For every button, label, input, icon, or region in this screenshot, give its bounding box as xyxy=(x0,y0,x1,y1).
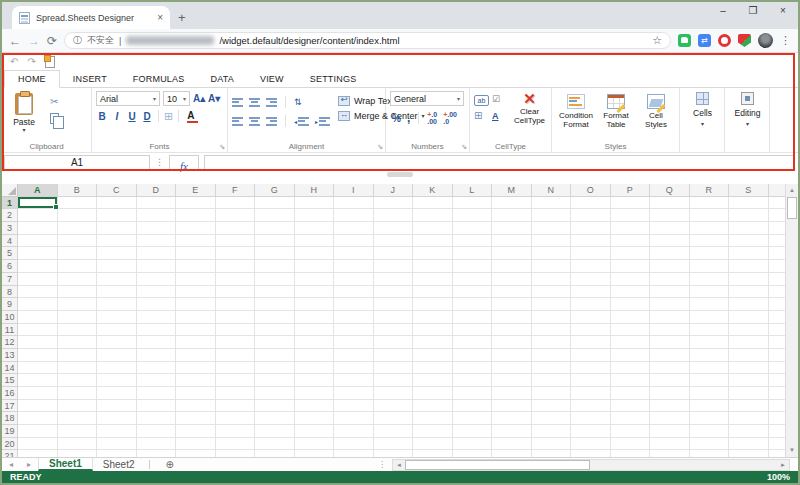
cell-D9[interactable] xyxy=(137,298,177,311)
info-icon[interactable]: ⓘ xyxy=(73,34,82,47)
cell-G9[interactable] xyxy=(255,298,295,311)
cell-F11[interactable] xyxy=(216,324,256,337)
cell-G19[interactable] xyxy=(255,425,295,438)
cell-L19[interactable] xyxy=(453,425,493,438)
cell-C4[interactable] xyxy=(97,235,137,248)
cell-G18[interactable] xyxy=(255,412,295,425)
cell-M5[interactable] xyxy=(492,247,532,260)
cell-M4[interactable] xyxy=(492,235,532,248)
cell-K13[interactable] xyxy=(413,349,453,362)
forward-icon[interactable]: → xyxy=(28,34,40,48)
cell-O8[interactable] xyxy=(571,286,611,299)
cell-Q15[interactable] xyxy=(650,374,690,387)
column-header-L[interactable]: L xyxy=(453,184,493,197)
cell-E3[interactable] xyxy=(176,222,216,235)
column-header-I[interactable]: I xyxy=(334,184,374,197)
new-tab-button[interactable]: + xyxy=(178,10,186,25)
scroll-left-icon[interactable]: ◄ xyxy=(393,460,405,470)
cell-K12[interactable] xyxy=(413,336,453,349)
cell-H20[interactable] xyxy=(295,438,335,451)
cell-H16[interactable] xyxy=(295,387,335,400)
cell-S15[interactable] xyxy=(729,374,769,387)
button-celltype-icon[interactable]: ab xyxy=(474,95,489,106)
column-header-H[interactable]: H xyxy=(295,184,335,197)
cell-I13[interactable] xyxy=(334,349,374,362)
column-header-R[interactable]: R xyxy=(690,184,730,197)
cell-S2[interactable] xyxy=(729,209,769,222)
cell-J8[interactable] xyxy=(374,286,414,299)
cell-D10[interactable] xyxy=(137,311,177,324)
cell-I17[interactable] xyxy=(334,400,374,413)
cell-D3[interactable] xyxy=(137,222,177,235)
clear-celltype-button[interactable]: ✕ Clear CellType xyxy=(511,91,548,140)
evernote-extension-icon[interactable] xyxy=(678,34,691,47)
column-header-B[interactable]: B xyxy=(58,184,98,197)
cell-I20[interactable] xyxy=(334,438,374,451)
row-header-10[interactable]: 10 xyxy=(2,311,18,324)
cell-R12[interactable] xyxy=(690,336,730,349)
vertical-scroll-thumb[interactable] xyxy=(787,197,797,219)
cell-R3[interactable] xyxy=(690,222,730,235)
cell-N8[interactable] xyxy=(532,286,572,299)
cell-E20[interactable] xyxy=(176,438,216,451)
cell-Q19[interactable] xyxy=(650,425,690,438)
cell-F4[interactable] xyxy=(216,235,256,248)
cell-T16[interactable] xyxy=(769,387,786,400)
cell-G13[interactable] xyxy=(255,349,295,362)
cell-B10[interactable] xyxy=(58,311,98,324)
cell-O19[interactable] xyxy=(571,425,611,438)
cell-E14[interactable] xyxy=(176,362,216,375)
cell-E5[interactable] xyxy=(176,247,216,260)
row-header-7[interactable]: 7 xyxy=(2,273,18,286)
cell-C5[interactable] xyxy=(97,247,137,260)
cell-L14[interactable] xyxy=(453,362,493,375)
cell-S6[interactable] xyxy=(729,260,769,273)
cell-T14[interactable] xyxy=(769,362,786,375)
cell-N5[interactable] xyxy=(532,247,572,260)
cell-F17[interactable] xyxy=(216,400,256,413)
condition-format-button[interactable]: ConditionFormat xyxy=(556,91,596,140)
cell-B16[interactable] xyxy=(58,387,98,400)
cell-S20[interactable] xyxy=(729,438,769,451)
number-format-combo[interactable]: General▾ xyxy=(390,91,464,106)
cell-L16[interactable] xyxy=(453,387,493,400)
cell-I16[interactable] xyxy=(334,387,374,400)
cell-P12[interactable] xyxy=(611,336,651,349)
column-header-E[interactable]: E xyxy=(176,184,216,197)
cell-S12[interactable] xyxy=(729,336,769,349)
cell-N3[interactable] xyxy=(532,222,572,235)
cell-C15[interactable] xyxy=(97,374,137,387)
cell-I14[interactable] xyxy=(334,362,374,375)
cell-E17[interactable] xyxy=(176,400,216,413)
cell-E8[interactable] xyxy=(176,286,216,299)
cell-H3[interactable] xyxy=(295,222,335,235)
cell-T8[interactable] xyxy=(769,286,786,299)
cell-J13[interactable] xyxy=(374,349,414,362)
cell-S11[interactable] xyxy=(729,324,769,337)
cell-S4[interactable] xyxy=(729,235,769,248)
cell-F18[interactable] xyxy=(216,412,256,425)
cell-Q2[interactable] xyxy=(650,209,690,222)
cell-L13[interactable] xyxy=(453,349,493,362)
cell-B2[interactable] xyxy=(58,209,98,222)
ribbon-tab-settings[interactable]: SETTINGS xyxy=(297,70,370,87)
cell-J9[interactable] xyxy=(374,298,414,311)
cell-K20[interactable] xyxy=(413,438,453,451)
cell-A16[interactable] xyxy=(18,387,58,400)
cell-G20[interactable] xyxy=(255,438,295,451)
cell-G4[interactable] xyxy=(255,235,295,248)
cell-J12[interactable] xyxy=(374,336,414,349)
cell-O16[interactable] xyxy=(571,387,611,400)
cell-Q20[interactable] xyxy=(650,438,690,451)
cell-F12[interactable] xyxy=(216,336,256,349)
hyperlink-celltype-icon[interactable]: A xyxy=(492,111,505,124)
cell-B20[interactable] xyxy=(58,438,98,451)
cell-Q17[interactable] xyxy=(650,400,690,413)
cell-D19[interactable] xyxy=(137,425,177,438)
cell-P17[interactable] xyxy=(611,400,651,413)
cell-R17[interactable] xyxy=(690,400,730,413)
cell-N9[interactable] xyxy=(532,298,572,311)
cell-F9[interactable] xyxy=(216,298,256,311)
increase-decimal-icon[interactable]: +.0.00 xyxy=(427,111,437,125)
cell-O13[interactable] xyxy=(571,349,611,362)
